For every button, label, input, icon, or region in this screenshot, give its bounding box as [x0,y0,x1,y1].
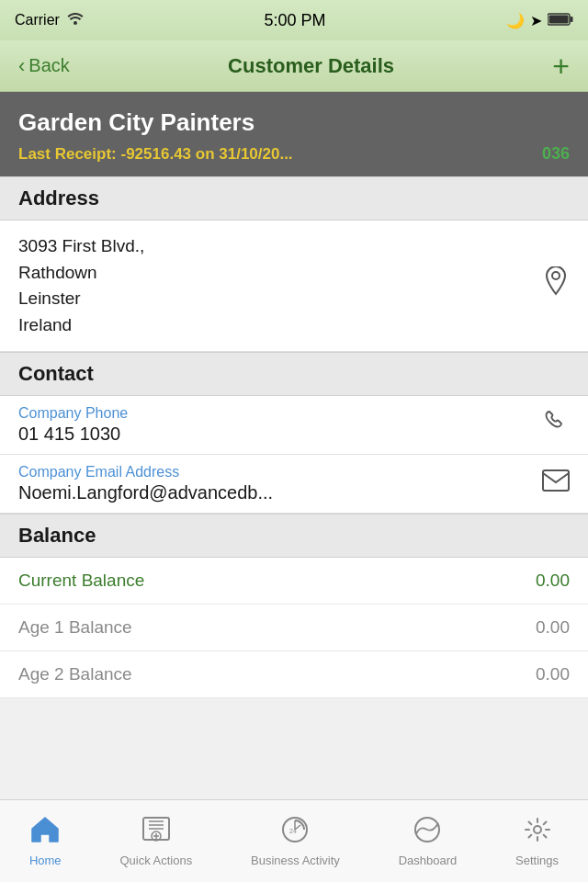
email-icon [542,469,570,498]
svg-rect-3 [549,15,569,23]
age1-balance-value: 0.00 [536,617,570,638]
dashboard-icon [413,816,442,850]
settings-icon [523,816,552,850]
business-activity-icon: 24 [280,816,310,850]
home-icon [30,816,60,850]
email-contact-inner: Company Email Address Noemi.Langford@adv… [18,464,273,503]
svg-point-0 [74,21,77,25]
status-icons: 🌙 ➤ [506,12,573,29]
back-label: Back [28,55,69,76]
age1-balance-label: Age 1 Balance [18,617,132,638]
age2-balance-row: Age 2 Balance 0.00 [0,651,588,698]
battery-icon [548,13,573,28]
balance-section-header: Balance [0,514,588,558]
phone-contact-item[interactable]: Company Phone 01 415 1030 [0,396,588,455]
current-balance-label: Current Balance [18,571,144,591]
moon-icon: 🌙 [506,12,525,29]
customer-name: Garden City Painters [18,108,570,137]
phone-icon [544,409,570,441]
tab-quick-actions[interactable]: Quick Actions [108,808,203,875]
address-line2: Rathdown [18,263,97,282]
tab-settings-label: Settings [515,854,559,867]
tab-quick-actions-label: Quick Actions [119,854,192,867]
phone-value: 01 415 1030 [18,424,128,445]
tab-home[interactable]: Home [18,808,73,875]
balance-content: Current Balance 0.00 Age 1 Balance 0.00 … [0,558,588,698]
address-text: 3093 First Blvd., Rathdown Leinster Irel… [18,233,144,338]
carrier-label: Carrier [15,12,60,28]
chevron-left-icon: ‹ [18,54,25,78]
address-section-header: Address [0,176,588,220]
contact-section-header: Contact [0,352,588,396]
map-pin-icon[interactable] [542,266,570,306]
page-title: Customer Details [228,54,394,78]
tab-bar: Home Quick Actions 24 [0,799,588,882]
last-receipt: Last Receipt: -92516.43 on 31/10/20... [18,145,293,164]
tab-business-activity[interactable]: 24 Business Activity [240,808,351,875]
address-title: Address [18,187,99,209]
tab-dashboard-label: Dashboard [399,854,458,867]
phone-label: Company Phone [18,405,128,422]
location-status-icon: ➤ [530,12,542,29]
status-time: 5:00 PM [264,11,325,30]
nav-bar: ‹ Back Customer Details + [0,40,588,92]
status-bar: Carrier 5:00 PM 🌙 ➤ [0,0,588,40]
status-carrier: Carrier [15,12,84,28]
customer-number: 036 [542,144,570,164]
address-content: 3093 First Blvd., Rathdown Leinster Irel… [0,220,588,352]
svg-point-4 [552,272,560,279]
customer-header: Garden City Painters Last Receipt: -9251… [0,92,588,176]
customer-receipt-row: Last Receipt: -92516.43 on 31/10/20... 0… [18,144,570,164]
contact-title: Contact [18,362,94,385]
phone-contact-inner: Company Phone 01 415 1030 [18,405,128,445]
address-line4: Ireland [18,315,72,334]
address-line3: Leinster [18,288,81,308]
age2-balance-label: Age 2 Balance [18,664,132,684]
svg-rect-5 [543,470,569,491]
tab-settings[interactable]: Settings [504,808,570,875]
tab-dashboard[interactable]: Dashboard [388,808,469,875]
quick-actions-icon [141,816,171,850]
age2-balance-value: 0.00 [536,664,570,684]
email-label: Company Email Address [18,464,273,481]
age1-balance-row: Age 1 Balance 0.00 [0,605,588,651]
tab-home-label: Home [29,854,62,867]
email-value: Noemi.Langford@advancedb... [18,482,273,503]
address-line1: 3093 First Blvd., [18,236,144,255]
email-contact-item[interactable]: Company Email Address Noemi.Langford@adv… [0,455,588,514]
svg-rect-2 [571,17,573,22]
wifi-icon [67,12,84,28]
current-balance-row: Current Balance 0.00 [0,558,588,605]
add-button[interactable]: + [552,51,570,81]
svg-text:24: 24 [289,828,297,834]
balance-title: Balance [18,524,96,547]
current-balance-value: 0.00 [536,571,570,591]
back-button[interactable]: ‹ Back [18,54,70,78]
svg-point-16 [534,826,541,833]
tab-business-activity-label: Business Activity [251,854,340,867]
